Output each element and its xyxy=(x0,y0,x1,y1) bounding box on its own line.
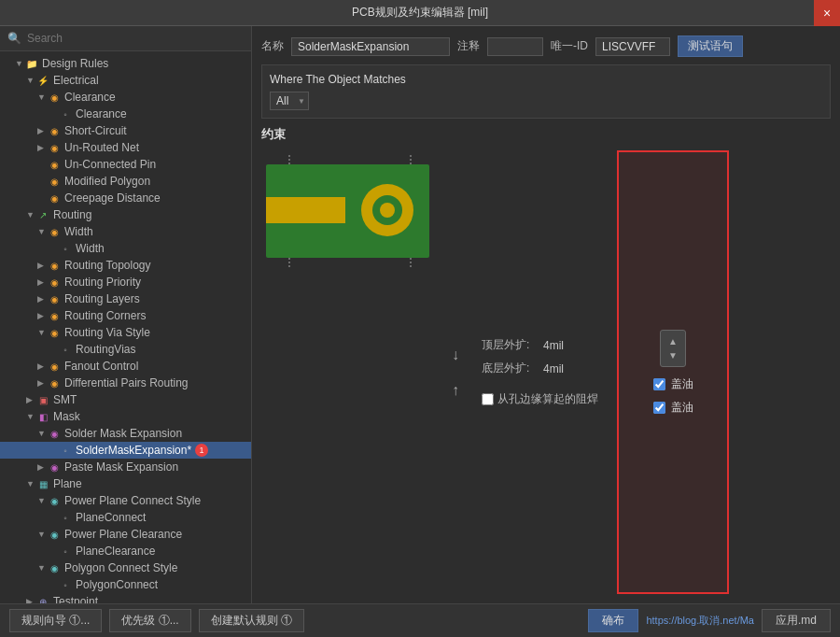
tree-label: Un-Routed Net xyxy=(64,141,139,154)
priority-button[interactable]: 优先级 ①... xyxy=(109,609,190,632)
tree-item-testpoint[interactable]: ▶ ⊕ Testpoint xyxy=(0,593,251,603)
tree-item-smt[interactable]: ▶ ▣ SMT xyxy=(0,391,251,408)
mask-checkbox-bottom[interactable] xyxy=(653,402,665,414)
tree-item-modified-polygon[interactable]: ◉ Modified Polygon xyxy=(0,173,251,190)
tree-label: Testpoint xyxy=(53,595,98,603)
comment-input[interactable] xyxy=(487,37,543,56)
tree-item-design-rules[interactable]: ▼ 📁 Design Rules xyxy=(0,55,251,72)
all-select[interactable]: All xyxy=(270,92,309,110)
rule-icon: ◉ xyxy=(47,158,62,171)
create-default-button[interactable]: 创建默认规则 ① xyxy=(199,609,304,632)
rule-icon: ◉ xyxy=(47,175,62,188)
rule-icon: ◉ xyxy=(47,528,62,541)
tree-item-solder-mask-expansion-item[interactable]: ◦ SolderMaskExpansion* 1 xyxy=(0,442,251,459)
rule-icon: ◉ xyxy=(47,561,62,574)
left-panel: 🔍 ▼ 📁 Design Rules ▼ ⚡ Electrical ▼ ◉ Cl… xyxy=(0,26,252,603)
tree-label: PlaneConnect xyxy=(76,511,146,524)
tree-item-routing-layers[interactable]: ▶ ◉ Routing Layers xyxy=(0,290,251,307)
tree-arrow: ▶ xyxy=(37,378,47,388)
tree-item-routing[interactable]: ▼ ↗ Routing xyxy=(0,206,251,223)
tree-item-un-connected-pin[interactable]: ◉ Un-Connected Pin xyxy=(0,156,251,173)
bottom-expand-label: 底层外扩: xyxy=(482,361,538,376)
where-title: Where The Object Matches xyxy=(270,73,822,86)
tree-item-creepage-distance[interactable]: ◉ Creepage Distance xyxy=(0,190,251,206)
electrical-icon: ⚡ xyxy=(35,74,50,87)
mask-checkbox-top[interactable] xyxy=(653,378,665,390)
pcb-diagram xyxy=(261,150,439,272)
tree-item-polygon-connect-style[interactable]: ▼ ◉ Polygon Connect Style xyxy=(0,559,251,576)
rule-icon: ◉ xyxy=(47,276,62,289)
rule-name-input[interactable] xyxy=(291,37,450,56)
blog-link[interactable]: https://blog.取消.net/Ma xyxy=(646,614,754,628)
arrow-panel: ↓ ↑ xyxy=(448,150,463,594)
close-button[interactable]: × xyxy=(814,0,840,26)
tree-arrow: ▶ xyxy=(37,294,47,304)
unique-id-input[interactable] xyxy=(595,37,670,56)
tree-label: Polygon Connect Style xyxy=(64,561,177,574)
tree-item-power-plane-clearance[interactable]: ▼ ◉ Power Plane Clearance xyxy=(0,526,251,543)
tree-arrow: ▼ xyxy=(15,59,24,68)
tree-arrow: ▼ xyxy=(26,479,35,488)
tree-label: PolygonConnect xyxy=(76,578,158,591)
tree-item-plane[interactable]: ▼ ▦ Plane xyxy=(0,475,251,492)
rule-item-icon: ◦ xyxy=(58,444,73,457)
plane-icon: ▦ xyxy=(35,477,50,490)
tree-item-polygon-connect[interactable]: ◦ PolygonConnect xyxy=(0,576,251,593)
rule-item-icon: ◦ xyxy=(58,545,73,558)
tree-item-paste-mask-expansion[interactable]: ▶ ◉ Paste Mask Expansion xyxy=(0,459,251,475)
from-edge-checkbox[interactable] xyxy=(482,393,494,405)
switch-up-arrow: ▲ xyxy=(668,336,678,347)
tree-label: SMT xyxy=(53,393,77,406)
from-edge-label: 从孔边缘算起的阻焊 xyxy=(497,391,598,407)
tree-item-routing-topology[interactable]: ▶ ◉ Routing Topology xyxy=(0,257,251,274)
tree-arrow: ▶ xyxy=(37,462,47,472)
tree-item-routing-corners[interactable]: ▶ ◉ Routing Corners xyxy=(0,307,251,324)
tree-item-solder-mask-expansion[interactable]: ▼ ◉ Solder Mask Expansion xyxy=(0,425,251,442)
folder-icon: 📁 xyxy=(24,57,39,70)
tree-arrow: ▼ xyxy=(26,76,35,85)
tree-label: Un-Connected Pin xyxy=(64,158,156,171)
tree-item-fanout-control[interactable]: ▶ ◉ Fanout Control xyxy=(0,358,251,375)
tree-item-electrical[interactable]: ▼ ⚡ Electrical xyxy=(0,72,251,89)
tree-item-mask[interactable]: ▼ ◧ Mask xyxy=(0,408,251,425)
tree-item-clearance-group[interactable]: ▼ ◉ Clearance xyxy=(0,89,251,106)
right-panel: 名称 注释 唯一-ID 测试语句 Where The Object Matche… xyxy=(252,26,840,603)
tree-item-routing-via-style[interactable]: ▼ ◉ Routing Via Style xyxy=(0,324,251,341)
top-expand-label: 顶层外扩: xyxy=(482,337,538,353)
tree-arrow: ▶ xyxy=(37,311,47,320)
test-sentence-button[interactable]: 测试语句 xyxy=(678,35,743,57)
tree-item-differential-pairs[interactable]: ▶ ◉ Differential Pairs Routing xyxy=(0,375,251,391)
tree-item-un-routed-net[interactable]: ▶ ◉ Un-Routed Net xyxy=(0,139,251,156)
rule-icon: ◉ xyxy=(47,225,62,238)
svg-point-4 xyxy=(380,203,395,218)
rule-icon: ◉ xyxy=(47,141,62,154)
tree-label: Clearance xyxy=(64,91,116,104)
mask-label-top: 盖油 xyxy=(671,376,693,392)
tree-item-short-circuit[interactable]: ▶ ◉ Short-Circuit xyxy=(0,122,251,139)
rule-wizard-button[interactable]: 规则向导 ①... xyxy=(9,609,102,632)
tree-label: Routing Via Style xyxy=(64,326,150,339)
confirm-button[interactable]: 确布 xyxy=(588,609,638,632)
mask-label-bottom: 盖油 xyxy=(671,400,693,416)
tree-item-plane-connect[interactable]: ◦ PlaneConnect xyxy=(0,509,251,526)
tree-arrow: ▶ xyxy=(37,126,47,135)
tree-item-plane-clearance[interactable]: ◦ PlaneClearance xyxy=(0,543,251,559)
tree-item-routing-vias[interactable]: ◦ RoutingVias xyxy=(0,341,251,358)
search-bar: 🔍 xyxy=(0,26,251,51)
tree-item-width-group[interactable]: ▼ ◉ Width xyxy=(0,223,251,240)
tree-item-clearance[interactable]: ◦ Clearance xyxy=(0,106,251,122)
search-input[interactable] xyxy=(27,32,244,45)
tree-item-power-plane-connect[interactable]: ▼ ◉ Power Plane Connect Style xyxy=(0,492,251,509)
rule-icon: ◉ xyxy=(47,494,62,507)
tree-label: Power Plane Clearance xyxy=(64,528,182,541)
tree-arrow: ▶ xyxy=(37,361,47,371)
tree-arrow: ▼ xyxy=(37,227,47,236)
apply-button[interactable]: 应用.md xyxy=(762,609,831,632)
tree-item-routing-priority[interactable]: ▶ ◉ Routing Priority xyxy=(0,274,251,290)
tree-arrow: ▶ xyxy=(26,395,35,404)
tree-item-width[interactable]: ◦ Width xyxy=(0,240,251,257)
smt-icon: ▣ xyxy=(35,393,50,406)
tree-arrow: ▼ xyxy=(26,210,35,219)
switch-control[interactable]: ▲ ▼ xyxy=(660,330,686,367)
mask-row-bottom: 盖油 xyxy=(653,400,693,416)
